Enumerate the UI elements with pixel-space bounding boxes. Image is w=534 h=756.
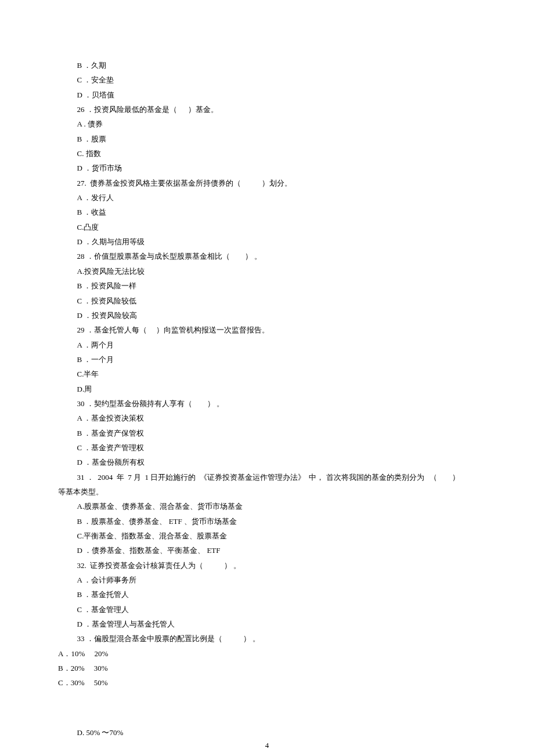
q32-option-c: C ．基金管理人	[58, 602, 476, 617]
q25-option-c: C ．安全垫	[58, 73, 476, 87]
q26-option-d: D ．货币市场	[58, 161, 476, 175]
q33-option-a: A．10% 20%	[58, 646, 476, 661]
page-number: 4	[0, 738, 534, 753]
q32-option-d: D ．基金管理人与基金托管人	[58, 617, 476, 631]
q30-option-a: A ．基金投资决策权	[58, 411, 476, 425]
q31-option-c: C.平衡基金、指数基金、混合基金、股票基金	[58, 529, 476, 543]
q31-option-a: A.股票基金、债券基金、混合基金、货币市场基金	[58, 499, 476, 513]
q30-stem: 30 ．契约型基金份额持有人享有（ ） 。	[58, 396, 476, 411]
q25-option-b: B ．久期	[58, 58, 476, 73]
q28-option-b: B ．投资风险一样	[58, 278, 476, 293]
q28-option-d: D ．投资风险较高	[58, 308, 476, 323]
q29-option-a: A ．两个月	[58, 338, 476, 352]
q31-stem-line2: 等基本类型。	[58, 484, 476, 499]
q26-stem: 26 ．投资风险最低的基金是（ ）基金。	[58, 102, 476, 117]
q28-option-c: C ．投资风险较低	[58, 294, 476, 308]
q26-option-a: A . 债券	[58, 117, 476, 131]
q29-stem: 29 ．基金托管人每（ ）向监管机构报送一次监督报告。	[58, 323, 476, 337]
q30-option-d: D ．基金份额所有权	[58, 455, 476, 469]
q27-option-a: A ．发行人	[58, 190, 476, 205]
q27-option-c: C.凸度	[58, 220, 476, 234]
q32-option-b: B ．基金托管人	[58, 587, 476, 602]
q29-option-b: B ．一个月	[58, 352, 476, 367]
q32-stem: 32. 证券投资基金会计核算责任人为（ ） 。	[58, 558, 476, 573]
q31-option-d: D ．债券基金、指数基金、平衡基金、 ETF	[58, 543, 476, 558]
q32-option-a: A ．会计师事务所	[58, 573, 476, 587]
q30-option-c: C ．基金资产管理权	[58, 440, 476, 455]
q27-option-b: B ．收益	[58, 205, 476, 219]
q33-option-c: C．30% 50%	[58, 675, 476, 690]
q31-option-b: B ．股票基金、债券基金、 ETF 、货币市场基金	[58, 514, 476, 529]
q30-option-b: B ．基金资产保管权	[58, 426, 476, 440]
q31-stem-line1: 31 ． 2004 年 7 月 1 日开始施行的 《证券投资基金运作管理办法》 …	[58, 470, 476, 484]
q26-option-b: B ．股票	[58, 132, 476, 146]
q25-option-d: D ．贝塔值	[58, 88, 476, 102]
q28-stem: 28 ．价值型股票基金与成长型股票基金相比（ ） 。	[58, 249, 476, 263]
q27-option-d: D ．久期与信用等级	[58, 234, 476, 249]
q29-option-c: C.半年	[58, 367, 476, 381]
q33-stem: 33 ．偏股型混合基金中股票的配置比例是（ ） 。	[58, 631, 476, 646]
q27-stem: 27. 债券基金投资风格主要依据基金所持债券的（ ）划分。	[58, 176, 476, 190]
q26-option-c: C. 指数	[58, 146, 476, 161]
q28-option-a: A.投资风险无法比较	[58, 264, 476, 278]
q33-option-b: B．20% 30%	[58, 661, 476, 675]
q29-option-d: D.周	[58, 382, 476, 396]
